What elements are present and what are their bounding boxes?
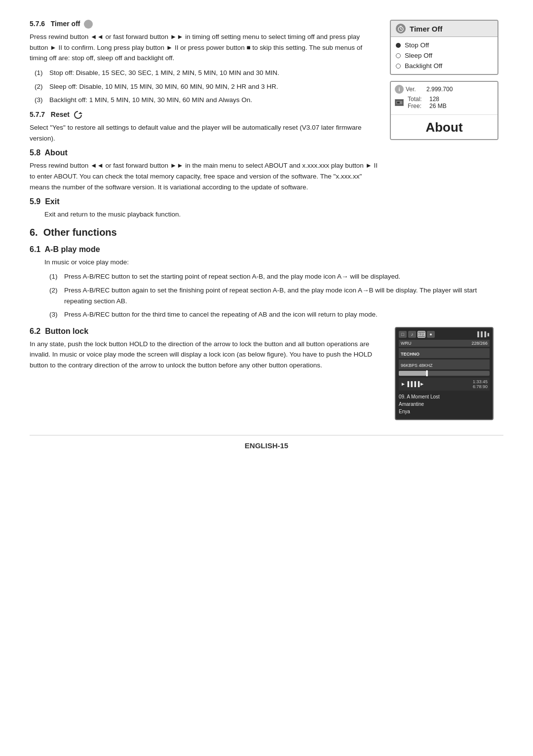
device-play-icon: ►▐▐▐▐► bbox=[401, 381, 424, 387]
about-total-value: 128 bbox=[429, 96, 439, 103]
timer-off-icon bbox=[84, 20, 93, 29]
section-58: 5.8 About Press rewind button ◄◄ or fast… bbox=[30, 148, 378, 192]
section-61: 6.1 A-B play mode In music or voice play… bbox=[30, 245, 503, 320]
list-item: Backlight off: 1 MIN, 5 MIN, 10 MIN, 30 … bbox=[44, 95, 378, 106]
device-track-label: WRU bbox=[401, 341, 412, 346]
list-item: Press A-B/REC button for the third time … bbox=[59, 309, 503, 320]
section-59-body: Exit and return to the music playback fu… bbox=[30, 209, 503, 220]
section-61-heading: 6.1 A-B play mode bbox=[30, 245, 503, 254]
reset-icon bbox=[74, 110, 82, 119]
svg-line-3 bbox=[401, 29, 402, 30]
timer-panel-header: Timer Off bbox=[391, 21, 497, 37]
timer-sleep-label: Sleep Off bbox=[405, 52, 432, 59]
about-free-label: Free: bbox=[408, 103, 426, 109]
main-text-col: 5.7.6 Timer off Press rewind button ◄◄ o… bbox=[30, 20, 378, 197]
device-top-row: □ ♪ 123 ● ▐▐▐ ▮ bbox=[399, 331, 490, 338]
section-576-body: Press rewind button ◄◄ or fast forward b… bbox=[30, 32, 378, 64]
svg-rect-6 bbox=[397, 102, 400, 104]
about-version-row: i Ver. 2.999.700 bbox=[395, 85, 494, 94]
section-59: 5.9 Exit Exit and return to the music pl… bbox=[30, 197, 503, 220]
battery-icon: ▮ bbox=[487, 332, 490, 337]
device-genre-name: TECHNO bbox=[399, 348, 490, 358]
device-bitrate: 96KBPS 48KHZ bbox=[399, 360, 490, 369]
bullet-empty-icon bbox=[396, 53, 401, 58]
section-62-text: 6.2 Button lock In any state, push the l… bbox=[30, 327, 383, 420]
section-6: 6. Other functions bbox=[30, 227, 503, 238]
bullet-empty-icon-2 bbox=[396, 64, 401, 69]
section-58-body: Press rewind button ◄◄ or fast forward b… bbox=[30, 160, 378, 192]
device-panel-wrapper: □ ♪ 123 ● ▐▐▐ ▮ WRU 228/266 bbox=[395, 327, 503, 420]
device-track-count: 228/266 bbox=[471, 341, 488, 346]
section-576: 5.7.6 Timer off Press rewind button ◄◄ o… bbox=[30, 20, 378, 106]
section-59-heading: 5.9 Exit bbox=[30, 197, 503, 206]
section-576-list: Stop off: Disable, 15 SEC, 30 SEC, 1 MIN… bbox=[30, 68, 378, 106]
device-song-info: 09. A Moment Lost Amarantine Enya bbox=[399, 392, 490, 416]
device-song-title: 09. A Moment Lost bbox=[399, 393, 490, 400]
section-61-list: Press A-B/REC button to set the starting… bbox=[30, 271, 503, 320]
about-info-icon: i bbox=[395, 85, 404, 94]
list-item: Press A-B/REC button to set the starting… bbox=[59, 271, 503, 282]
timer-stop-label: Stop Off bbox=[405, 41, 429, 49]
timer-backlight-label: Backlight Off bbox=[405, 62, 442, 70]
about-storage-icon bbox=[395, 99, 404, 106]
device-song-album: Enya bbox=[399, 408, 490, 415]
device-bitrate-text: 96KBPS 48KHZ bbox=[401, 363, 433, 368]
section-577: 5.7.7 Reset Select "Yes" to restore all … bbox=[30, 110, 378, 144]
list-item: Sleep off: Disable, 10 MIN, 15 MIN, 30 M… bbox=[44, 81, 378, 92]
device-genre-text: TECHNO bbox=[401, 352, 419, 357]
timer-panel-title: Timer Off bbox=[410, 25, 442, 33]
section-62-wrapper: 6.2 Button lock In any state, push the l… bbox=[30, 327, 503, 420]
bullet-filled-icon bbox=[396, 43, 401, 48]
page-footer: ENGLISH-15 bbox=[30, 435, 503, 450]
page: 5.7.6 Timer off Press rewind button ◄◄ o… bbox=[0, 0, 533, 756]
section-577-body: Select "Yes" to restore all settings to … bbox=[30, 122, 378, 144]
about-panel-inner: i Ver. 2.999.700 Tot bbox=[391, 82, 497, 114]
section-61-intro: In music or voice play mode: bbox=[30, 257, 503, 268]
about-free-value: 26 MB bbox=[429, 103, 447, 109]
about-ver-value: 2.999.700 bbox=[426, 86, 453, 93]
svg-marker-0 bbox=[78, 112, 82, 114]
device-genre-bar: WRU 228/266 bbox=[399, 340, 490, 347]
section-58-heading: 5.8 About bbox=[30, 148, 378, 157]
device-time: 1:33:45 bbox=[473, 379, 488, 384]
battery-signal-icon: ▐▐▐ bbox=[476, 331, 486, 337]
section-576-heading: 5.7.6 Timer off bbox=[30, 20, 378, 29]
timer-menu-stop: Stop Off bbox=[396, 40, 493, 50]
about-title: About bbox=[391, 114, 497, 139]
device-icon-lock: ● bbox=[427, 331, 435, 338]
list-item: Stop off: Disable, 15 SEC, 30 SEC, 1 MIN… bbox=[44, 68, 378, 78]
section-577-heading: 5.7.7 Reset bbox=[30, 110, 378, 119]
device-icon-music: ♪ bbox=[408, 331, 416, 338]
device-playback-row: ►▐▐▐▐► 1:33:45 6:78:90 bbox=[399, 378, 490, 391]
timer-off-panel: Timer Off Stop Off Sleep Off Backlight O… bbox=[390, 20, 498, 75]
device-battery: ▐▐▐ ▮ bbox=[476, 331, 490, 337]
about-total-label: Total: bbox=[408, 96, 426, 103]
device-icons: □ ♪ 123 ● bbox=[399, 331, 435, 338]
section-62-heading: 6.2 Button lock bbox=[30, 327, 383, 336]
section-62-body: In any state, push the lock button HOLD … bbox=[30, 339, 383, 371]
right-panels: Timer Off Stop Off Sleep Off Backlight O… bbox=[390, 20, 503, 197]
footer-text: ENGLISH-15 bbox=[245, 441, 288, 450]
device-panel: □ ♪ 123 ● ▐▐▐ ▮ WRU 228/266 bbox=[395, 327, 494, 420]
device-time-col: 1:33:45 6:78:90 bbox=[473, 379, 488, 389]
timer-panel-icon bbox=[396, 24, 406, 34]
timer-menu-backlight: Backlight Off bbox=[396, 61, 493, 71]
about-total-row: Total: 128 Free: 26 MB bbox=[395, 96, 494, 109]
device-song-artist: Amarantine bbox=[399, 400, 490, 408]
about-ver-label: Ver. bbox=[406, 86, 424, 93]
device-icon-123: 123 bbox=[418, 331, 425, 338]
device-progress-fill bbox=[399, 371, 426, 376]
list-item: Press A-B/REC button again to set the fi… bbox=[59, 285, 503, 306]
device-progress-bar bbox=[399, 371, 490, 376]
timer-panel-body: Stop Off Sleep Off Backlight Off bbox=[391, 37, 497, 74]
timer-menu-sleep: Sleep Off bbox=[396, 50, 493, 61]
device-time-range: 6:78:90 bbox=[473, 384, 488, 389]
about-panel: i Ver. 2.999.700 Tot bbox=[390, 81, 498, 140]
section-6-heading: 6. Other functions bbox=[30, 227, 503, 238]
device-progress-handle bbox=[426, 370, 428, 376]
device-icon-folder: □ bbox=[399, 331, 407, 338]
